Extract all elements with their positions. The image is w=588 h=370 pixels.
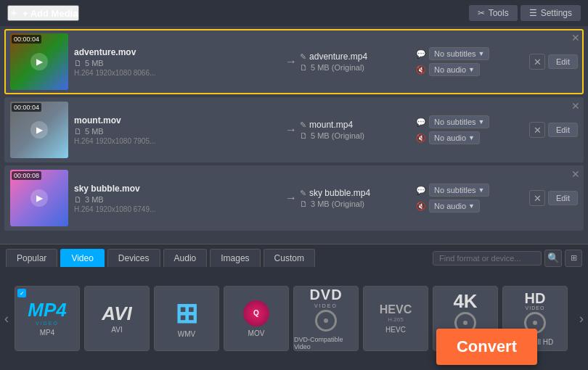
media-info-3: sky bubble.mov 🗋 3 MB H.264 1920x1080 67… [68, 184, 282, 213]
subtitle-dropdown-2[interactable]: No subtitles ▼ [429, 115, 489, 128]
play-btn-3[interactable]: ▶ [30, 189, 48, 207]
media-info-1: adventure.mov 🗋 5 MB H.264 1920x1080 806… [68, 47, 282, 77]
format-search-input[interactable] [433, 251, 542, 266]
output-filename-row-1: ✎ adventure.mp4 [300, 52, 416, 62]
subtitle-label-2: No subtitles [434, 118, 475, 126]
output-info-2: ✎ mount.mp4 🗋 5 MB (Original) [300, 120, 416, 140]
play-btn-2[interactable]: ▶ [30, 121, 48, 139]
audio-row-2: 🔇 No audio ▼ [416, 131, 525, 144]
edit-btn-3[interactable]: Edit [548, 191, 578, 205]
output-filename-1: adventure.mp4 [309, 52, 367, 62]
subtitle-dropdown-3[interactable]: No subtitles ▼ [429, 184, 489, 197]
subtitle-dropdown-1[interactable]: No subtitles ▼ [429, 47, 489, 60]
output-info-1: ✎ adventure.mp4 🗋 5 MB (Original) [300, 52, 416, 72]
thumbnail-3: 00:00:08 ▶ [10, 170, 68, 226]
format-logo-avi: AVI [102, 304, 131, 323]
next-formats-btn[interactable]: › [576, 311, 587, 326]
format-item-hevc[interactable]: HEVC H.265 HEVC [363, 286, 428, 351]
format-item-wmv[interactable]: ⊞ WMV [154, 286, 219, 351]
audio-dropdown-2[interactable]: No audio ▼ [429, 131, 480, 144]
settings-icon: ☰ [529, 8, 537, 18]
prev-formats-btn[interactable]: ‹ [1, 311, 12, 326]
tab-images[interactable]: Images [210, 249, 260, 267]
tab-popular[interactable]: Popular [6, 249, 57, 267]
audio-icon-3: 🔇 [416, 202, 426, 211]
add-media-label: + Add Media [23, 8, 78, 19]
media-item-3[interactable]: 00:00:08 ▶ sky bubble.mov 🗋 3 MB H.264 1… [4, 165, 584, 231]
format-item-dvd[interactable]: DVD VIDEO DVD-Compatible Video [293, 286, 359, 351]
edit-btn-1[interactable]: Edit [548, 54, 578, 69]
format-check-mp4: ✓ [17, 289, 26, 297]
subtitle-row-3: 💬 No subtitles ▼ [416, 184, 525, 197]
format-tabs: Popular Video Devices Audio Images Custo… [0, 244, 588, 267]
tools-button[interactable]: ✂ Tools [469, 5, 518, 21]
pencil-icon-1[interactable]: ✎ [300, 52, 306, 62]
format-logo-mp4: MP4 [28, 300, 66, 319]
pencil-icon-2[interactable]: ✎ [300, 120, 306, 130]
subtitle-label-3: No subtitles [434, 186, 475, 194]
subtitle-caret-3: ▼ [478, 186, 485, 194]
media-item-2[interactable]: 00:00:04 ▶ mount.mov 🗋 5 MB H.264 1920x1… [4, 97, 584, 163]
format-label-avi: AVI [111, 326, 122, 334]
edit-btn-2[interactable]: Edit [548, 123, 578, 137]
format-label-mp4: MP4 [40, 329, 55, 337]
settings-label: Settings [541, 8, 572, 18]
input-spec-2: H.264 1920x1080 7905... [74, 137, 277, 145]
media-item-1[interactable]: 00:00:04 ▶ adventure.mov 🗋 5 MB H.264 19… [4, 29, 584, 94]
format-label-hevc: HEVC [385, 326, 406, 334]
close-item-1[interactable]: ✕ [571, 33, 580, 43]
search-btn[interactable]: 🔍 [544, 250, 562, 267]
tools-label: Tools [489, 8, 509, 18]
media-list: 00:00:04 ▶ adventure.mov 🗋 5 MB H.264 19… [0, 26, 588, 244]
audio-label-2: No audio [434, 133, 466, 142]
subtitle-audio-1: 💬 No subtitles ▼ 🔇 No audio ▼ [416, 47, 525, 76]
remove-btn-3[interactable]: ✕ [529, 190, 545, 206]
input-filename-1: adventure.mov [74, 47, 277, 57]
input-size-row-2: 🗋 5 MB [74, 127, 277, 136]
file-icon-out-2: 🗋 [300, 131, 308, 140]
subtitle-caret-1: ▼ [478, 50, 485, 57]
top-bar: ＋ + Add Media ✂ Tools ☰ Settings [0, 0, 588, 26]
settings-button[interactable]: ☰ Settings [520, 5, 581, 21]
subtitle-row-2: 💬 No subtitles ▼ [416, 115, 525, 128]
tab-custom[interactable]: Custom [264, 249, 315, 267]
subtitle-audio-3: 💬 No subtitles ▼ 🔇 No audio ▼ [416, 184, 525, 213]
close-item-3[interactable]: ✕ [571, 169, 580, 179]
pencil-icon-3[interactable]: ✎ [300, 189, 306, 198]
thumb-time-3: 00:00:08 [12, 171, 41, 180]
input-size-row-3: 🗋 3 MB [74, 195, 277, 204]
subtitle-label-1: No subtitles [434, 49, 475, 58]
remove-btn-1[interactable]: ✕ [529, 54, 545, 70]
subtitle-icon-2: 💬 [416, 118, 426, 127]
tab-audio[interactable]: Audio [163, 249, 208, 267]
input-size-3: 3 MB [85, 195, 104, 204]
tab-devices[interactable]: Devices [107, 249, 160, 267]
tab-video[interactable]: Video [60, 249, 104, 267]
thumb-time-2: 00:00:04 [12, 103, 41, 112]
add-media-button[interactable]: ＋ + Add Media [7, 5, 79, 21]
grid-view-btn[interactable]: ⊞ [565, 250, 582, 267]
format-item-mov[interactable]: Q MOV [224, 286, 289, 351]
format-item-mp4[interactable]: ✓ MP4 VIDEO MP4 [15, 286, 80, 351]
audio-caret-3: ▼ [468, 202, 475, 210]
close-item-2[interactable]: ✕ [571, 101, 580, 111]
format-label-wmv: WMV [178, 330, 195, 338]
add-media-icon: ＋ [9, 7, 18, 20]
format-item-avi[interactable]: AVI AVI [84, 286, 150, 351]
action-btns-3: ✕ Edit [529, 190, 578, 206]
thumb-time-1: 00:00:04 [12, 35, 41, 44]
audio-dropdown-3[interactable]: No audio ▼ [429, 200, 480, 213]
file-icon-1: 🗋 [74, 59, 82, 67]
arrow-3: → [285, 192, 297, 205]
media-info-2: mount.mov 🗋 5 MB H.264 1920x1080 7905... [68, 115, 282, 145]
audio-caret-1: ▼ [468, 66, 475, 73]
output-size-3: 3 MB (Original) [311, 200, 364, 208]
play-btn-1[interactable]: ▶ [30, 53, 48, 70]
tools-icon: ✂ [478, 8, 485, 18]
output-filename-3: sky bubble.mp4 [309, 188, 370, 198]
input-filename-2: mount.mov [74, 115, 277, 126]
audio-dropdown-1[interactable]: No audio ▼ [429, 63, 480, 76]
output-info-3: ✎ sky bubble.mp4 🗋 3 MB (Original) [300, 188, 416, 208]
input-spec-1: H.264 1920x1080 8066... [74, 69, 277, 77]
remove-btn-2[interactable]: ✕ [529, 122, 545, 138]
